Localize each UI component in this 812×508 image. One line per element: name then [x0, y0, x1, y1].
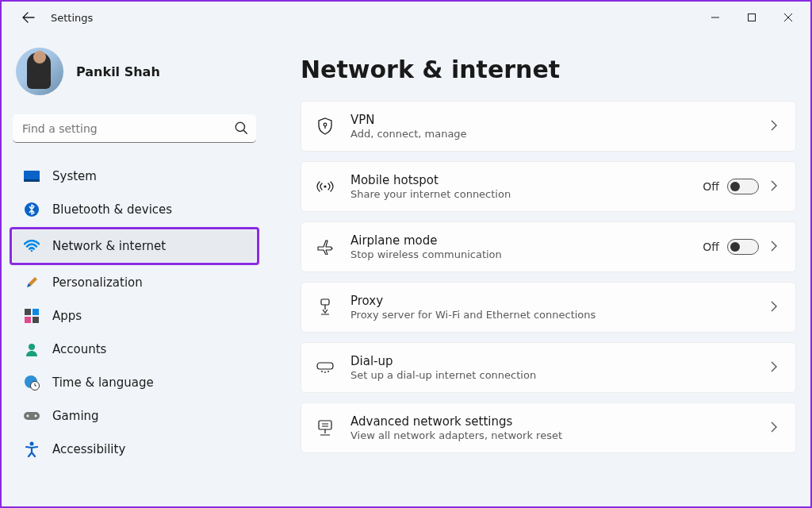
profile-block[interactable]: Pankil Shah — [16, 48, 253, 95]
setting-title: Airplane mode — [350, 233, 703, 248]
sidebar-item-time[interactable]: Time & language — [13, 367, 256, 398]
dialup-icon — [316, 361, 335, 374]
setting-advanced-network[interactable]: Advanced network settingsView all networ… — [301, 402, 796, 453]
svg-point-18 — [324, 185, 326, 187]
system-icon — [24, 168, 40, 184]
setting-subtitle: Set up a dial-up internet connection — [350, 369, 770, 381]
sidebar-item-accounts[interactable]: Accounts — [13, 333, 256, 365]
sidebar-item-label: Bluetooth & devices — [52, 202, 172, 217]
setting-proxy[interactable]: ProxyProxy server for Wi-Fi and Ethernet… — [301, 282, 796, 333]
setting-title: VPN — [350, 113, 770, 127]
minimize-icon — [710, 13, 720, 22]
annotation-highlight: Network & internet — [10, 227, 259, 265]
hotspot-toggle[interactable] — [727, 179, 759, 194]
svg-rect-9 — [33, 317, 39, 323]
apps-icon — [24, 308, 40, 324]
setting-title: Advanced network settings — [350, 414, 770, 429]
airplane-icon — [316, 239, 335, 255]
gamepad-icon — [24, 408, 40, 424]
svg-point-10 — [29, 344, 35, 350]
setting-subtitle: Share your internet connection — [350, 188, 703, 200]
search-input[interactable] — [13, 114, 256, 143]
setting-subtitle: Proxy server for Wi-Fi and Ethernet conn… — [350, 309, 770, 321]
chevron-right-icon — [770, 360, 781, 375]
annotation-arrow — [805, 466, 810, 501]
sidebar-item-label: Apps — [52, 309, 82, 323]
search-field-wrap — [13, 114, 256, 143]
accessibility-icon — [24, 441, 40, 457]
svg-rect-7 — [33, 309, 39, 315]
chevron-right-icon — [770, 119, 781, 134]
setting-title: Mobile hotspot — [350, 173, 703, 187]
network-adapter-icon — [316, 420, 335, 436]
sidebar-nav: System Bluetooth & devices Network & int… — [13, 160, 256, 465]
setting-title: Proxy — [350, 294, 770, 308]
sidebar: Pankil Shah System Bluetooth & devices N… — [2, 33, 267, 506]
chevron-right-icon — [770, 240, 781, 255]
window-maximize-button[interactable] — [734, 6, 769, 29]
sidebar-item-bluetooth[interactable]: Bluetooth & devices — [13, 194, 256, 225]
settings-list: VPNAdd, connect, manage Mobile hotspotSh… — [301, 101, 796, 453]
svg-rect-23 — [319, 421, 331, 429]
setting-subtitle: Add, connect, manage — [350, 128, 770, 140]
window-close-button[interactable] — [771, 6, 806, 29]
sidebar-item-label: Accounts — [52, 342, 106, 356]
hotspot-icon — [316, 179, 335, 194]
arrow-left-icon — [22, 11, 35, 24]
sidebar-item-label: Network & internet — [52, 239, 166, 253]
close-icon — [783, 13, 793, 22]
sidebar-item-label: Accessibility — [52, 442, 125, 456]
maximize-icon — [747, 13, 756, 22]
sidebar-item-label: System — [52, 169, 97, 183]
toggle-status: Off — [703, 241, 719, 253]
setting-title: Dial-up — [350, 354, 770, 368]
sidebar-item-label: Personalization — [52, 275, 143, 290]
svg-point-22 — [327, 371, 329, 372]
back-button[interactable] — [17, 6, 40, 29]
bluetooth-icon — [24, 202, 40, 217]
svg-rect-19 — [321, 299, 329, 305]
setting-airplane-mode[interactable]: Airplane modeStop wireless communication… — [301, 221, 796, 272]
globe-clock-icon — [24, 375, 40, 391]
sidebar-item-label: Time & language — [52, 375, 154, 390]
svg-point-15 — [35, 415, 37, 418]
svg-rect-0 — [749, 14, 756, 21]
sidebar-item-accessibility[interactable]: Accessibility — [13, 433, 256, 465]
window-controls — [698, 6, 806, 29]
svg-point-1 — [236, 122, 244, 131]
svg-point-14 — [27, 415, 29, 418]
setting-subtitle: Stop wireless communication — [350, 248, 703, 260]
setting-dialup[interactable]: Dial-upSet up a dial-up internet connect… — [301, 342, 796, 393]
window-title: Settings — [51, 12, 93, 24]
page-title: Network & internet — [301, 56, 796, 83]
svg-rect-3 — [24, 179, 40, 182]
search-icon — [234, 121, 248, 138]
main-content: Network & internet VPNAdd, connect, mana… — [267, 33, 810, 506]
sidebar-item-network[interactable]: Network & internet — [13, 230, 256, 262]
window-minimize-button[interactable] — [698, 6, 733, 29]
svg-point-21 — [324, 371, 326, 373]
chevron-right-icon — [770, 179, 781, 194]
avatar — [16, 48, 63, 95]
svg-point-20 — [321, 371, 323, 372]
setting-hotspot[interactable]: Mobile hotspotShare your internet connec… — [301, 161, 796, 212]
wifi-icon — [24, 238, 40, 254]
shield-icon — [316, 117, 335, 135]
paintbrush-icon — [24, 275, 40, 291]
chevron-right-icon — [770, 300, 781, 315]
sidebar-item-label: Gaming — [52, 409, 99, 423]
setting-vpn[interactable]: VPNAdd, connect, manage — [301, 101, 796, 152]
svg-rect-13 — [24, 412, 40, 420]
sidebar-item-apps[interactable]: Apps — [13, 300, 256, 332]
toggle-status: Off — [703, 180, 719, 193]
airplane-toggle[interactable] — [727, 239, 759, 255]
sidebar-item-system[interactable]: System — [13, 160, 256, 192]
titlebar: Settings — [2, 2, 810, 33]
user-name: Pankil Shah — [76, 64, 160, 79]
chevron-right-icon — [770, 421, 781, 436]
svg-rect-8 — [25, 317, 31, 323]
sidebar-item-personalization[interactable]: Personalization — [13, 267, 256, 298]
svg-point-5 — [31, 250, 33, 252]
proxy-icon — [316, 298, 335, 316]
sidebar-item-gaming[interactable]: Gaming — [13, 400, 256, 432]
